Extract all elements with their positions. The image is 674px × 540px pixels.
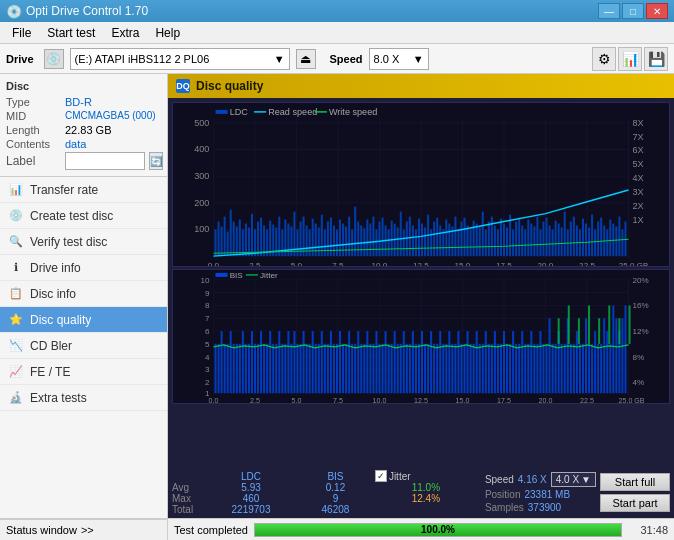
svg-rect-339 — [539, 331, 541, 393]
svg-rect-272 — [336, 344, 338, 393]
svg-rect-281 — [363, 344, 365, 393]
svg-rect-169 — [600, 218, 602, 257]
svg-rect-102 — [397, 227, 399, 256]
start-full-button[interactable]: Start full — [600, 473, 670, 491]
svg-rect-263 — [309, 344, 311, 393]
svg-text:5: 5 — [205, 340, 210, 349]
svg-rect-244 — [251, 331, 253, 393]
sidebar-item-disc-info[interactable]: 📋 Disc info — [0, 281, 167, 307]
svg-rect-353 — [582, 344, 584, 393]
svg-rect-259 — [296, 344, 298, 393]
speed-select-stats[interactable]: 4.0 X ▼ — [551, 472, 596, 487]
svg-rect-318 — [476, 331, 478, 393]
total-jitter — [371, 504, 481, 515]
svg-rect-178 — [216, 110, 228, 114]
svg-rect-42 — [215, 229, 217, 256]
svg-rect-260 — [300, 344, 302, 393]
svg-rect-324 — [494, 331, 496, 393]
sidebar-item-disc-quality[interactable]: ⭐ Disc quality — [0, 307, 167, 333]
svg-rect-156 — [561, 227, 563, 256]
svg-rect-271 — [333, 344, 335, 393]
svg-text:4X: 4X — [633, 173, 644, 183]
menu-file[interactable]: File — [4, 24, 39, 42]
status-window-btn[interactable]: Status window >> — [0, 519, 168, 541]
nav-label-drive-info: Drive info — [30, 261, 81, 275]
svg-rect-344 — [555, 344, 557, 393]
svg-rect-153 — [552, 229, 554, 256]
svg-rect-335 — [527, 344, 529, 393]
svg-rect-309 — [448, 331, 450, 393]
disc-info-icon: 📋 — [8, 286, 24, 302]
menu-help[interactable]: Help — [147, 24, 188, 42]
drive-select[interactable]: (E:) ATAPI iHBS112 2 PL06 ▼ — [70, 48, 290, 70]
maximize-button[interactable]: □ — [622, 3, 644, 19]
svg-text:1X: 1X — [633, 215, 644, 225]
jitter-checkbox[interactable]: ✓ — [375, 470, 387, 482]
svg-text:9: 9 — [205, 289, 210, 298]
svg-text:2X: 2X — [633, 201, 644, 211]
sidebar-item-verify-test-disc[interactable]: 🔍 Verify test disc — [0, 229, 167, 255]
chart2-svg: 10 9 8 7 6 5 4 3 2 1 20% 16% — [173, 270, 669, 403]
svg-rect-114 — [433, 222, 435, 257]
sidebar-item-fe-te[interactable]: 📈 FE / TE — [0, 359, 167, 385]
svg-rect-300 — [421, 331, 423, 393]
menu-extra[interactable]: Extra — [103, 24, 147, 42]
nav-label-disc-quality: Disc quality — [30, 313, 91, 327]
sidebar-item-transfer-rate[interactable]: 📊 Transfer rate — [0, 177, 167, 203]
toolbar-btn-2[interactable]: 📊 — [618, 47, 642, 71]
speed-position-block: Speed 4.16 X 4.0 X ▼ Position 23381 MB S… — [485, 472, 596, 513]
svg-text:20.0: 20.0 — [538, 261, 554, 266]
svg-rect-113 — [430, 229, 432, 256]
bis-col-header: BIS — [300, 470, 371, 482]
svg-text:7.5: 7.5 — [333, 397, 343, 403]
svg-rect-266 — [318, 344, 320, 393]
svg-rect-72 — [306, 225, 308, 256]
svg-rect-294 — [403, 331, 405, 393]
sidebar-item-extra-tests[interactable]: 🔬 Extra tests — [0, 385, 167, 411]
svg-rect-49 — [236, 226, 238, 256]
svg-rect-71 — [303, 217, 305, 257]
svg-rect-127 — [473, 221, 475, 257]
close-button[interactable]: ✕ — [646, 3, 668, 19]
chart2-container: 10 9 8 7 6 5 4 3 2 1 20% 16% — [172, 269, 670, 404]
svg-rect-94 — [372, 217, 374, 257]
speed-value: 8.0 X — [374, 53, 413, 65]
svg-rect-172 — [609, 220, 611, 257]
sidebar-item-create-test-disc[interactable]: 💿 Create test disc — [0, 203, 167, 229]
menu-start-test[interactable]: Start test — [39, 24, 103, 42]
svg-rect-60 — [269, 221, 271, 257]
svg-rect-241 — [242, 331, 244, 393]
max-jitter: 12.4% — [371, 493, 481, 504]
sidebar-item-cd-bler[interactable]: 📉 CD Bler — [0, 333, 167, 359]
drive-eject-btn[interactable]: ⏏ — [296, 49, 316, 69]
start-part-button[interactable]: Start part — [600, 494, 670, 512]
svg-rect-363 — [612, 305, 614, 393]
label-input[interactable] — [65, 152, 145, 170]
svg-rect-367 — [624, 305, 626, 393]
svg-rect-314 — [464, 344, 466, 393]
svg-rect-141 — [515, 222, 517, 257]
svg-rect-124 — [464, 218, 466, 257]
svg-rect-133 — [491, 217, 493, 257]
svg-text:12.5: 12.5 — [414, 397, 428, 403]
svg-text:0.0: 0.0 — [208, 261, 220, 266]
svg-text:20.0: 20.0 — [539, 397, 553, 403]
svg-rect-338 — [536, 344, 538, 393]
toolbar-btn-1[interactable]: ⚙ — [592, 47, 616, 71]
sidebar-item-drive-info[interactable]: ℹ Drive info — [0, 255, 167, 281]
svg-text:2.5: 2.5 — [250, 397, 260, 403]
drive-icon-btn[interactable]: 💿 — [44, 49, 64, 69]
speed-select[interactable]: 8.0 X ▼ — [369, 48, 429, 70]
minimize-button[interactable]: — — [598, 3, 620, 19]
position-value: 23381 MB — [524, 489, 570, 500]
svg-rect-255 — [284, 344, 286, 393]
label-icon-btn[interactable]: 🔄 — [149, 152, 163, 170]
svg-rect-100 — [391, 221, 393, 257]
disc-value-contents: data — [65, 138, 86, 150]
svg-rect-258 — [293, 331, 295, 393]
progress-text: 100.0% — [255, 524, 621, 536]
toolbar-btn-save[interactable]: 💾 — [644, 47, 668, 71]
svg-text:Read speed: Read speed — [268, 107, 317, 117]
svg-rect-325 — [497, 344, 499, 393]
svg-rect-295 — [406, 344, 408, 393]
